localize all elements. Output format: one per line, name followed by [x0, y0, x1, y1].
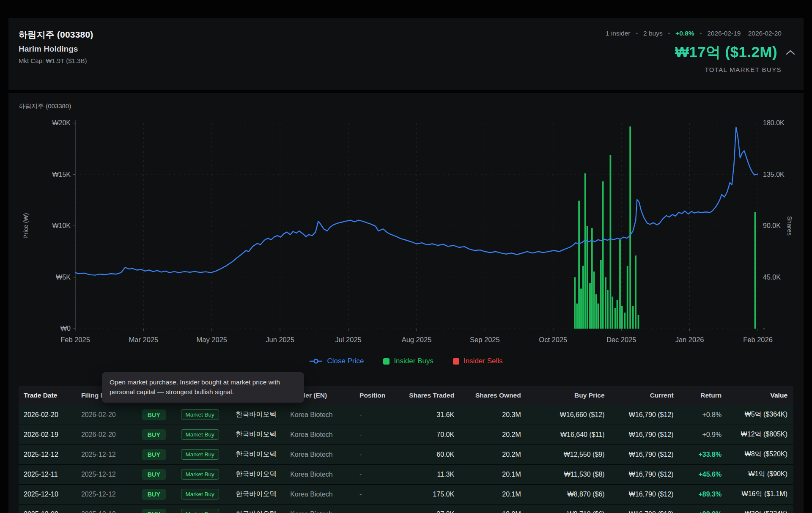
chart-gridlines	[75, 123, 758, 329]
cell-return: +0.8%	[680, 405, 728, 425]
cell-return: +45.6%	[680, 464, 728, 484]
x-axis-tick-label: Jan 2026	[675, 336, 704, 343]
cell-filing_date: 2025-12-12	[74, 444, 131, 464]
cell-insider_kr: 한국바이오텍	[224, 444, 276, 464]
bullet-separator: •	[700, 30, 702, 37]
header: 하림지주 (003380) Harim Holdings Mkt Cap: ₩1…	[8, 18, 804, 90]
page: 하림지주 (003380) Harim Holdings Mkt Cap: ₩1…	[0, 0, 812, 513]
header-left: 하림지주 (003380) Harim Holdings Mkt Cap: ₩1…	[19, 29, 93, 64]
close-price-line	[75, 127, 758, 275]
cell-type: BUY	[131, 464, 168, 484]
cell-method: Market Buy	[168, 484, 224, 504]
price-axis-tick-label: ₩20K	[52, 119, 71, 126]
cell-position: -	[341, 405, 388, 425]
market-buy-badge[interactable]: Market Buy	[181, 429, 219, 440]
market-cap: Mkt Cap: ₩1.9T ($1.3B)	[19, 57, 93, 64]
x-axis-tick-label: Jul 2025	[335, 336, 361, 343]
cell-filing_date: 2025-12-12	[74, 484, 131, 504]
cell-trade_date: 2025-12-09	[19, 504, 74, 513]
insider-buy-bars	[574, 126, 756, 329]
cell-trade_date: 2025-12-12	[19, 444, 74, 464]
total-market-buys-amount: ₩17억 ($1.2M)	[675, 42, 777, 62]
buy-badge: BUY	[142, 489, 166, 500]
price-axis-title: Price (₩)	[22, 213, 29, 239]
cell-trade_date: 2025-12-11	[19, 464, 74, 484]
cell-position: -	[341, 484, 388, 504]
cell-buy_price: ₩11,530 ($8)	[527, 464, 611, 484]
legend-item-insider-buys[interactable]: Insider Buys	[383, 357, 433, 365]
market-buy-badge[interactable]: Market Buy	[181, 509, 219, 513]
legend-item-close-price[interactable]: Close Price	[309, 357, 364, 365]
column-header-shares_owned[interactable]: Shares Owned	[460, 386, 527, 405]
legend-label: Insider Buys	[394, 357, 433, 365]
column-header-buy_price[interactable]: Buy Price	[527, 386, 611, 405]
market-buy-badge[interactable]: Market Buy	[181, 469, 219, 480]
cell-insider_kr: 한국바이오텍	[224, 405, 276, 425]
cell-value: ₩16억 ($1.1M)	[727, 484, 793, 504]
table-row[interactable]: 2026-02-192026-02-20BUYMarket Buy한국바이오텍K…	[19, 425, 793, 444]
table-row[interactable]: 2025-12-112025-12-12BUYMarket Buy한국바이오텍K…	[19, 464, 793, 484]
column-header-shares_traded[interactable]: Shares Traded	[388, 386, 460, 405]
cell-current: ₩16,790 ($12)	[611, 464, 680, 484]
shares-axis-tick-label: -	[763, 325, 765, 332]
cell-insider_en: Korea Biotech	[276, 405, 341, 425]
buy-badge: BUY	[142, 469, 166, 480]
x-axis-tick-label: Jun 2025	[266, 336, 294, 343]
cell-shares_traded: 31.6K	[388, 405, 460, 425]
bullet-separator: •	[668, 30, 670, 37]
cell-return: +92.8%	[680, 504, 728, 513]
total-market-buys-label: TOTAL MARKET BUYS	[705, 66, 782, 73]
cell-insider_kr: 한국바이오텍	[224, 425, 276, 444]
cell-return: +0.9%	[680, 425, 728, 444]
cell-type: BUY	[131, 425, 168, 444]
column-header-position[interactable]: Position	[341, 386, 388, 405]
cell-filing_date: 2026-02-20	[74, 425, 131, 444]
cell-type: BUY	[131, 405, 168, 425]
trades-table: Trade DateFiling DateInsider (EN)Positio…	[19, 386, 793, 513]
market-buy-badge[interactable]: Market Buy	[181, 489, 219, 499]
cell-value: ₩3억 ($224K)	[727, 504, 793, 513]
cell-shares_owned: 20.2M	[460, 425, 527, 444]
cell-return: +89.3%	[680, 484, 728, 504]
insider-sells-swatch-icon	[453, 358, 459, 365]
cell-insider_en: Korea Biotech	[276, 484, 341, 504]
cell-method: Market Buy	[168, 444, 224, 464]
price-axis-tick-label: ₩15K	[52, 171, 71, 178]
table-row[interactable]: 2026-02-202026-02-20BUYMarket Buy한국바이오텍K…	[19, 405, 793, 425]
cell-filing_date: 2026-02-20	[74, 405, 131, 425]
collapse-button[interactable]	[784, 48, 797, 57]
table-row[interactable]: 2025-12-122025-12-12BUYMarket Buy한국바이오텍K…	[19, 444, 793, 464]
column-header-value[interactable]: Value	[727, 386, 793, 405]
column-header-current[interactable]: Current	[611, 386, 680, 405]
date-range: 2026-02-19 – 2026-02-20	[707, 30, 782, 37]
ticker-title: 하림지주 (003380)	[19, 29, 93, 41]
bullet-separator: •	[636, 30, 638, 37]
cell-shares_traded: 70.0K	[388, 425, 460, 444]
cell-shares_traded: 11.3K	[388, 464, 460, 484]
cell-shares_owned: 20.2M	[460, 444, 527, 464]
market-buy-tooltip: Open market purchase. Insider bought at …	[102, 372, 304, 403]
buy-badge: BUY	[142, 409, 166, 420]
table-row[interactable]: 2025-12-092025-12-12BUYMarket Buy한국바이오텍K…	[19, 504, 793, 513]
insider-count: 1 insider	[606, 30, 631, 37]
chart-title: 하림지주 (003380)	[19, 102, 793, 110]
cell-buy_price: ₩16,640 ($11)	[527, 425, 611, 444]
market-buy-badge[interactable]: Market Buy	[181, 449, 219, 460]
legend-item-insider-sells[interactable]: Insider Sells	[453, 357, 503, 365]
company-name: Harim Holdings	[19, 44, 93, 54]
cell-value: ₩1억 ($90K)	[727, 464, 793, 484]
cell-type: BUY	[131, 444, 168, 464]
price-volume-chart[interactable]: Feb 2025Mar 2025May 2025Jun 2025Jul 2025…	[19, 113, 793, 346]
column-header-return[interactable]: Return	[680, 386, 728, 405]
cell-filing_date: 2025-12-12	[74, 464, 131, 484]
column-header-trade_date[interactable]: Trade Date	[19, 386, 74, 405]
cell-value: ₩8억 ($520K)	[727, 444, 793, 464]
cell-insider_kr: 한국바이오텍	[224, 504, 276, 513]
insider-buys-swatch-icon	[383, 358, 390, 365]
cell-insider_kr: 한국바이오텍	[224, 484, 276, 504]
market-buy-badge[interactable]: Market Buy	[181, 409, 219, 420]
table-row[interactable]: 2025-12-102025-12-12BUYMarket Buy한국바이오텍K…	[19, 484, 793, 504]
cell-type: BUY	[131, 504, 168, 513]
cell-method: Market Buy	[168, 464, 224, 484]
shares-axis-tick-label: 135.0K	[763, 171, 785, 178]
